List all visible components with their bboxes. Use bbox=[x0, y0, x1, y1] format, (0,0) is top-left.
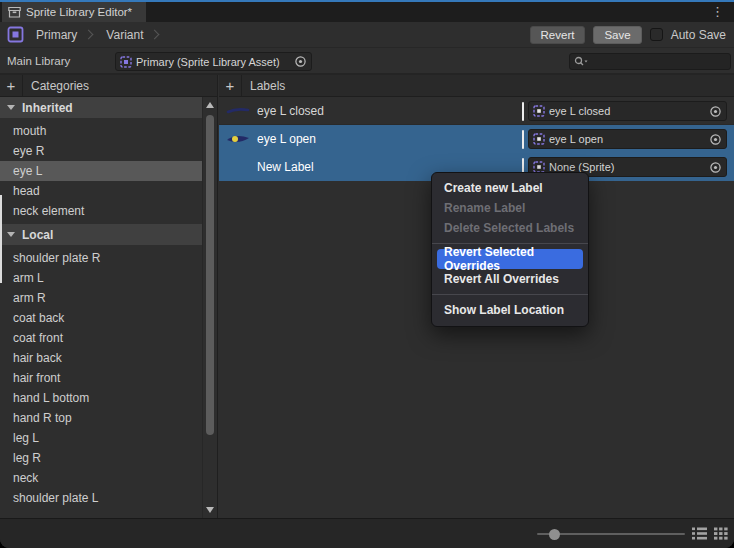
menu-item-revert-selected-overrides[interactable]: Revert Selected Overrides bbox=[437, 249, 583, 269]
main-library-bar: Main Library Primary (Sprite Library Ass… bbox=[0, 49, 734, 75]
category-item[interactable]: leg R bbox=[0, 448, 202, 468]
labels-title: Labels bbox=[250, 79, 285, 93]
menu-item-create-new-label[interactable]: Create new Label bbox=[432, 178, 588, 198]
category-item[interactable]: hand R top bbox=[0, 408, 202, 428]
thumbnail-size-slider[interactable] bbox=[537, 533, 685, 535]
category-item[interactable]: coat back bbox=[0, 308, 202, 328]
auto-save-checkbox[interactable] bbox=[650, 28, 663, 41]
section-local[interactable]: Local bbox=[0, 224, 202, 245]
main-library-value: Primary (Sprite Library Asset) bbox=[136, 56, 280, 68]
object-picker-icon[interactable] bbox=[709, 133, 722, 146]
editor-tab[interactable]: Sprite Library Editor* bbox=[2, 2, 146, 22]
context-menu: Create new Label Rename Label Delete Sel… bbox=[431, 172, 589, 327]
categories-header: + Categories bbox=[0, 75, 217, 97]
view-mode-icons bbox=[692, 527, 728, 540]
sprite-icon bbox=[533, 133, 545, 145]
categories-panel: + Categories Inherited mouth eye R eye L… bbox=[0, 75, 218, 518]
toolbar-actions: Revert Save Auto Save bbox=[530, 26, 726, 44]
sprite-icon bbox=[533, 105, 545, 117]
menu-separator bbox=[432, 243, 588, 244]
category-item[interactable]: coat front bbox=[0, 328, 202, 348]
category-item[interactable]: leg L bbox=[0, 428, 202, 448]
category-item[interactable]: shoulder plate L bbox=[0, 488, 202, 508]
search-input[interactable] bbox=[588, 56, 708, 68]
scroll-up-icon[interactable] bbox=[206, 102, 214, 108]
sprite-library-asset-icon bbox=[7, 26, 24, 43]
list-focus-edge bbox=[0, 195, 2, 283]
category-item[interactable]: hair front bbox=[0, 368, 202, 388]
add-label-button[interactable]: + bbox=[219, 75, 242, 96]
grid-view-icon[interactable] bbox=[714, 527, 728, 540]
search-icon bbox=[574, 56, 588, 67]
sprite-library-editor-window: Sprite Library Editor* ⋮ Primary Variant… bbox=[0, 0, 734, 548]
tab-title: Sprite Library Editor* bbox=[26, 6, 132, 18]
foldout-triangle-icon bbox=[7, 232, 15, 237]
category-item[interactable]: arm L bbox=[0, 268, 202, 288]
eye-closed-sprite-thumbnail bbox=[225, 105, 251, 117]
add-category-button[interactable]: + bbox=[0, 75, 23, 96]
menu-item-show-label-location[interactable]: Show Label Location bbox=[432, 300, 588, 320]
breadcrumb-variant[interactable]: Variant bbox=[100, 28, 149, 42]
object-picker-icon[interactable] bbox=[294, 55, 307, 68]
sprite-object-field[interactable]: eye L closed bbox=[528, 101, 727, 121]
object-picker-icon[interactable] bbox=[709, 105, 722, 118]
menu-item-delete-selected-labels: Delete Selected Labels bbox=[432, 218, 588, 238]
menu-item-rename-label: Rename Label bbox=[432, 198, 588, 218]
main-library-label: Main Library bbox=[7, 55, 70, 67]
scroll-down-icon[interactable] bbox=[206, 507, 214, 513]
categories-list: Inherited mouth eye R eye L head neck el… bbox=[0, 97, 202, 518]
section-inherited[interactable]: Inherited bbox=[0, 97, 202, 118]
revert-button[interactable]: Revert bbox=[530, 26, 586, 44]
eye-open-sprite-thumbnail bbox=[225, 132, 251, 146]
menu-separator bbox=[432, 294, 588, 295]
category-item[interactable]: hair back bbox=[0, 348, 202, 368]
main-library-object-field[interactable]: Primary (Sprite Library Asset) bbox=[115, 52, 312, 71]
list-view-icon[interactable] bbox=[692, 527, 707, 540]
categories-title: Categories bbox=[31, 79, 89, 93]
override-marker bbox=[522, 102, 524, 121]
category-item[interactable]: hand L bottom bbox=[0, 388, 202, 408]
slider-handle[interactable] bbox=[549, 529, 560, 540]
breadcrumb-chevron-icon bbox=[150, 30, 160, 40]
categories-scrollbar[interactable] bbox=[202, 97, 217, 518]
sprite-library-asset-icon bbox=[120, 56, 132, 68]
label-name: eye L closed bbox=[257, 104, 324, 118]
title-bar: Sprite Library Editor* ⋮ bbox=[0, 2, 734, 22]
window-menu-icon[interactable]: ⋮ bbox=[711, 4, 724, 20]
search-field[interactable] bbox=[569, 53, 731, 70]
save-button[interactable]: Save bbox=[593, 26, 641, 44]
sprite-field-group: eye L open bbox=[522, 129, 727, 149]
category-item[interactable]: eye R bbox=[0, 141, 202, 161]
sprite-object-field[interactable]: eye L open bbox=[528, 129, 727, 149]
breadcrumb-primary[interactable]: Primary bbox=[30, 28, 83, 42]
category-item-selected[interactable]: eye L bbox=[0, 161, 202, 181]
label-name: New Label bbox=[257, 160, 314, 174]
category-item[interactable]: head bbox=[0, 181, 202, 201]
breadcrumb-chevron-icon bbox=[84, 30, 94, 40]
bottom-bar bbox=[0, 518, 734, 548]
category-item[interactable]: arm R bbox=[0, 288, 202, 308]
sprite-field-group: eye L closed bbox=[522, 101, 727, 121]
label-row-eye-l-open[interactable]: eye L open eye L open bbox=[219, 125, 734, 153]
category-item[interactable]: mouth bbox=[0, 121, 202, 141]
toolbar: Primary Variant Revert Save Auto Save bbox=[0, 22, 734, 48]
label-row-eye-l-closed[interactable]: eye L closed eye L closed bbox=[219, 97, 734, 125]
auto-save-label: Auto Save bbox=[671, 28, 726, 42]
object-picker-icon[interactable] bbox=[709, 161, 722, 174]
foldout-triangle-icon bbox=[7, 105, 15, 110]
sprite-value: eye L closed bbox=[549, 105, 610, 117]
label-name: eye L open bbox=[257, 132, 316, 146]
category-item[interactable]: neck bbox=[0, 468, 202, 488]
sprite-library-window-icon bbox=[8, 6, 21, 18]
category-item[interactable]: neck element bbox=[0, 201, 202, 221]
override-marker bbox=[522, 130, 524, 149]
category-item[interactable]: shoulder plate R bbox=[0, 248, 202, 268]
labels-header: + Labels bbox=[219, 75, 734, 97]
scrollbar-thumb[interactable] bbox=[206, 115, 214, 435]
sprite-value: eye L open bbox=[549, 133, 603, 145]
